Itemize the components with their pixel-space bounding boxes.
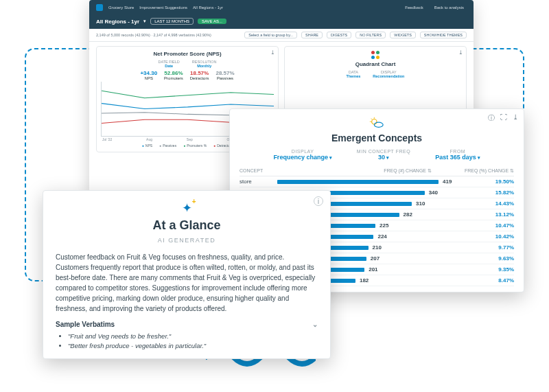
app-logo (96, 4, 103, 11)
widgets-button[interactable]: WIDGETS (390, 32, 416, 38)
freq-bar (277, 180, 439, 184)
nps-value: +34.30 (140, 70, 157, 76)
min-freq-select[interactable]: 30 (357, 154, 410, 161)
pct-value: 19.50% (459, 178, 514, 185)
glance-title: At a Glance (56, 218, 318, 233)
list-item: "Fruit and Veg needs to be fresher." (68, 332, 318, 340)
freq-value: 182 (360, 277, 376, 284)
detractors-label: Detractors (190, 76, 209, 80)
nps-card-title: Net Promoter Score (NPS) (101, 51, 274, 57)
crumb-project[interactable]: Grocery Store (108, 5, 134, 10)
pct-value: 9.63% (459, 255, 514, 262)
pct-value: 10.42% (459, 233, 514, 240)
quadrant-title: Quadrant Chart (289, 61, 462, 67)
freq-value: 225 (379, 222, 396, 229)
sample-verbatims-header[interactable]: Sample Verbatims ⌄ (56, 321, 318, 328)
pct-value: 8.47% (459, 277, 514, 284)
sparkle-icon: ✦ (56, 200, 318, 216)
quadrant-icon (289, 51, 462, 59)
min-freq-label: MIN CONCEPT FREQ (357, 149, 410, 154)
freq-value: 224 (377, 233, 394, 240)
nps-values: +34.30NPS 52.86%Promoters 18.57%Detracto… (101, 70, 274, 80)
dashboard-toolbar: 2,149 of 5,000 records (42.90%) · 2,147 … (89, 29, 474, 42)
quadrant-display-select[interactable]: Recommendation (373, 74, 404, 78)
svg-point-4 (374, 122, 383, 127)
digests-button[interactable]: DIGESTS (327, 32, 351, 38)
group-by-button[interactable]: Select a field to group by... (244, 32, 297, 38)
display-filter-label: DISPLAY (273, 149, 331, 154)
date-field-select[interactable]: Date (158, 64, 179, 68)
back-to-analysis-button[interactable]: Back to analysis (432, 4, 467, 11)
download-icon[interactable]: ⤓ (513, 113, 518, 123)
pct-value: 9.77% (459, 244, 514, 251)
glance-subtitle: AI GENERATED (56, 237, 318, 244)
emergent-filters: DISPLAYFrequency change MIN CONCEPT FREQ… (240, 149, 514, 161)
detractors-value: 18.57% (190, 70, 209, 76)
themes-button[interactable]: SHOW/HIDE THEMES (420, 32, 467, 38)
pct-value: 9.35% (459, 266, 514, 273)
freq-value: 282 (404, 211, 420, 218)
export-icon[interactable]: ⤓ (458, 49, 463, 56)
dashboard-header: Grocery Store Improvement Suggestions Al… (89, 0, 474, 15)
emergent-title: Emergent Concepts (240, 132, 514, 143)
from-filter-select[interactable]: Past 365 days (435, 154, 480, 161)
freq-value: 310 (416, 200, 432, 207)
col-pct[interactable]: FREQ (%) CHANGE (465, 168, 509, 173)
table-row[interactable]: store 419 19.50% (240, 176, 514, 187)
chevron-down-icon: ▾ (143, 19, 146, 24)
svg-line-3 (371, 119, 372, 119)
col-freq[interactable]: FREQ (#) CHANGE (384, 168, 426, 173)
expand-icon[interactable]: ⛶ (500, 113, 507, 123)
promoters-label: Promoters (164, 76, 183, 80)
from-filter-label: FROM (435, 149, 480, 154)
display-filter-select[interactable]: Frequency change (273, 154, 331, 161)
pct-value: 10.47% (459, 222, 514, 229)
crumb-section[interactable]: Improvement Suggestions (139, 5, 187, 10)
promoters-value: 52.86% (164, 70, 183, 76)
nps-label: NPS (140, 76, 157, 80)
emergent-table-header: CONCEPT FREQ (#) CHANGE ⇅ FREQ (%) CHANG… (240, 166, 514, 176)
pct-value: 15.82% (459, 189, 514, 196)
freq-value: 340 (429, 189, 445, 196)
list-item: "Better fresh produce - vegetables in pa… (68, 342, 318, 349)
filters-button[interactable]: NO FILTERS (355, 32, 386, 38)
crumb-dashboard[interactable]: All Regions - 1yr (193, 5, 223, 10)
passives-label: Passives (215, 76, 234, 80)
col-concept[interactable]: CONCEPT (240, 168, 277, 174)
pct-value: 13.12% (459, 211, 514, 218)
resolution-select[interactable]: Monthly (192, 64, 217, 68)
freq-value: 419 (443, 178, 459, 185)
freq-value: 207 (371, 255, 387, 262)
passives-value: 28.57% (215, 70, 234, 76)
breadcrumb: Grocery Store Improvement Suggestions Al… (108, 5, 223, 10)
quadrant-data-select[interactable]: Themes (347, 74, 361, 78)
info-icon[interactable]: ⓘ (488, 113, 495, 123)
share-button[interactable]: SHARE (301, 32, 323, 38)
region-selector[interactable]: All Regions - 1yr (96, 19, 139, 25)
svg-point-0 (372, 119, 377, 124)
period-pill[interactable]: LAST 12 MONTHS (150, 18, 194, 25)
concept-cell: store (240, 178, 277, 185)
glance-body: Customer feedback on Fruit & Veg focuses… (56, 252, 318, 314)
pct-value: 14.43% (459, 200, 514, 207)
chevron-down-icon: ⌄ (312, 321, 318, 328)
info-icon[interactable]: i (314, 196, 323, 206)
save-as-button[interactable]: SAVE AS... (198, 19, 226, 24)
at-a-glance-panel: i ✦ At a Glance AI GENERATED Customer fe… (43, 190, 331, 359)
verbatim-list: "Fruit and Veg needs to be fresher.""Bet… (56, 332, 318, 349)
sun-cloud-icon (240, 116, 514, 130)
freq-value: 201 (369, 266, 385, 273)
record-count: 2,149 of 5,000 records (42.90%) · 2,147 … (96, 33, 211, 37)
feedback-button[interactable]: Feedback (402, 4, 425, 11)
export-icon[interactable]: ⤓ (270, 49, 275, 56)
dashboard-subheader: All Regions - 1yr ▾ LAST 12 MONTHS SAVE … (89, 15, 474, 29)
freq-value: 210 (373, 244, 389, 251)
